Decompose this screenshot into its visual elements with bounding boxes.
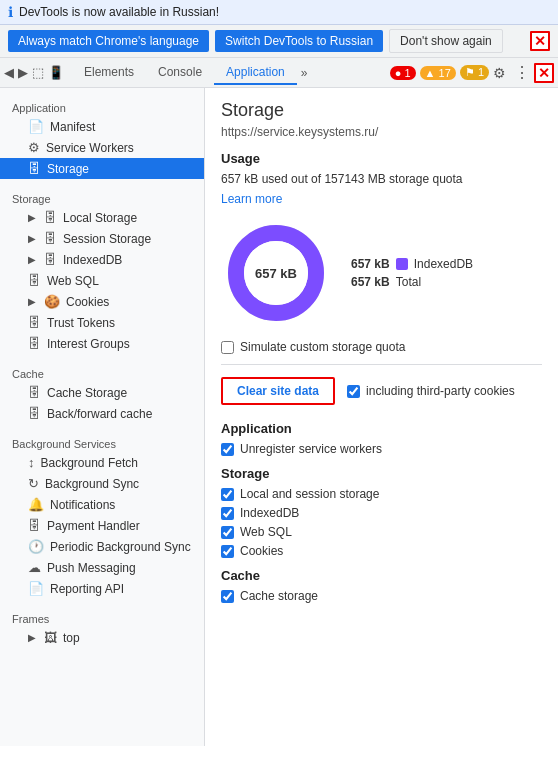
including-third-party-checkbox[interactable]	[347, 385, 360, 398]
websql-clear-row: Web SQL	[221, 525, 542, 539]
match-language-button[interactable]: Always match Chrome's language	[8, 30, 209, 52]
session-storage-icon: 🗄	[44, 231, 57, 246]
sidebar-label-backforward-cache: Back/forward cache	[47, 407, 152, 421]
sidebar-item-push-messaging[interactable]: ☁ Push Messaging	[0, 557, 204, 578]
sidebar-item-background-sync[interactable]: ↻ Background Sync	[0, 473, 204, 494]
sidebar-item-manifest[interactable]: 📄 Manifest	[0, 116, 204, 137]
storage-clear-section: Storage Local and session storage Indexe…	[221, 466, 542, 558]
application-clear-section: Application Unregister service workers	[221, 421, 542, 456]
payment-handler-icon: 🗄	[28, 518, 41, 533]
donut-row: 657 kB 657 kB IndexedDB 657 kB Total	[221, 218, 542, 328]
devtools-close-button[interactable]: ✕	[534, 63, 554, 83]
indexeddb-clear-label: IndexedDB	[240, 506, 299, 520]
cache-storage-clear-label: Cache storage	[240, 589, 318, 603]
notifications-icon: 🔔	[28, 497, 44, 512]
content-area: Storage https://service.keysystems.ru/ U…	[205, 88, 558, 746]
trust-tokens-icon: 🗄	[28, 315, 41, 330]
more-options-icon[interactable]: ⋮	[510, 63, 534, 82]
tab-console[interactable]: Console	[146, 61, 214, 85]
websql-clear-checkbox[interactable]	[221, 526, 234, 539]
sidebar-item-trust-tokens[interactable]: 🗄 Trust Tokens	[0, 312, 204, 333]
usage-section-label: Usage	[221, 151, 542, 166]
sidebar-item-backforward-cache[interactable]: 🗄 Back/forward cache	[0, 403, 204, 424]
sidebar-label-periodic-sync: Periodic Background Sync	[50, 540, 191, 554]
sidebar-item-notifications[interactable]: 🔔 Notifications	[0, 494, 204, 515]
cache-storage-clear-checkbox[interactable]	[221, 590, 234, 603]
simulate-quota-row: Simulate custom storage quota	[221, 340, 542, 354]
sidebar-item-session-storage[interactable]: ▶ 🗄 Session Storage	[0, 228, 204, 249]
settings-icon[interactable]: ⚙	[489, 65, 510, 81]
sidebar-item-websql[interactable]: 🗄 Web SQL	[0, 270, 204, 291]
main-layout: Application 📄 Manifest ⚙ Service Workers…	[0, 88, 558, 746]
sidebar-item-interest-groups[interactable]: 🗄 Interest Groups	[0, 333, 204, 354]
dont-show-again-button[interactable]: Don't show again	[389, 29, 503, 53]
sidebar-label-interest-groups: Interest Groups	[47, 337, 130, 351]
cookies-clear-checkbox[interactable]	[221, 545, 234, 558]
sidebar-item-background-fetch[interactable]: ↕ Background Fetch	[0, 452, 204, 473]
legend-size2: 657 kB	[351, 275, 390, 289]
sidebar-item-cookies[interactable]: ▶ 🍪 Cookies	[0, 291, 204, 312]
cookies-clear-row: Cookies	[221, 544, 542, 558]
legend-row-indexeddb: 657 kB IndexedDB	[351, 257, 473, 271]
cache-section-title: Cache	[221, 568, 542, 583]
tab-elements[interactable]: Elements	[72, 61, 146, 85]
sidebar-item-storage[interactable]: 🗄 Storage	[0, 158, 204, 179]
local-session-checkbox[interactable]	[221, 488, 234, 501]
tab-application[interactable]: Application	[214, 61, 297, 85]
tab-badges: ● 1 ▲ 17 ⚑ 1	[390, 65, 489, 80]
local-session-label: Local and session storage	[240, 487, 379, 501]
simulate-quota-checkbox[interactable]	[221, 341, 234, 354]
sidebar-section-frames: Frames	[0, 607, 204, 627]
donut-legend: 657 kB IndexedDB 657 kB Total	[351, 257, 473, 289]
sidebar-item-payment-handler[interactable]: 🗄 Payment Handler	[0, 515, 204, 536]
tab-more-button[interactable]: »	[297, 66, 312, 80]
sidebar-item-indexeddb[interactable]: ▶ 🗄 IndexedDB	[0, 249, 204, 270]
arrow-cookies: ▶	[28, 296, 36, 307]
badge-error: ● 1	[390, 66, 416, 80]
cache-storage-clear-row: Cache storage	[221, 589, 542, 603]
interest-groups-icon: 🗄	[28, 336, 41, 351]
sidebar-item-periodic-sync[interactable]: 🕐 Periodic Background Sync	[0, 536, 204, 557]
back-icon[interactable]: ◀	[4, 65, 14, 80]
action-bar: Always match Chrome's language Switch De…	[0, 25, 558, 58]
sidebar-label-storage: Storage	[47, 162, 89, 176]
clear-site-data-button[interactable]: Clear site data	[221, 377, 335, 405]
sidebar-item-service-workers[interactable]: ⚙ Service Workers	[0, 137, 204, 158]
arrow-top: ▶	[28, 632, 36, 643]
sidebar-item-top[interactable]: ▶ 🖼 top	[0, 627, 204, 648]
arrow-indexeddb: ▶	[28, 254, 36, 265]
learn-more-link[interactable]: Learn more	[221, 192, 282, 206]
sidebar-label-top: top	[63, 631, 80, 645]
sidebar-label-push-messaging: Push Messaging	[47, 561, 136, 575]
sidebar-label-local-storage: Local Storage	[63, 211, 137, 225]
legend-size1: 657 kB	[351, 257, 390, 271]
unregister-service-workers-row: Unregister service workers	[221, 442, 542, 456]
sidebar-label-websql: Web SQL	[47, 274, 99, 288]
sidebar-section-bg-services: Background Services	[0, 432, 204, 452]
websql-icon: 🗄	[28, 273, 41, 288]
sidebar-item-local-storage[interactable]: ▶ 🗄 Local Storage	[0, 207, 204, 228]
sidebar-item-cache-storage[interactable]: 🗄 Cache Storage	[0, 382, 204, 403]
donut-center-label: 657 kB	[255, 266, 297, 281]
unregister-sw-checkbox[interactable]	[221, 443, 234, 456]
donut-chart: 657 kB	[221, 218, 331, 328]
legend-desc1: IndexedDB	[414, 257, 473, 271]
sidebar-item-reporting-api[interactable]: 📄 Reporting API	[0, 578, 204, 599]
info-bar-close-button[interactable]: ✕	[530, 31, 550, 51]
badge-warning: ▲ 17	[420, 66, 456, 80]
application-section-title: Application	[221, 421, 542, 436]
forward-icon[interactable]: ▶	[18, 65, 28, 80]
cache-clear-section: Cache Cache storage	[221, 568, 542, 603]
sidebar-label-cookies: Cookies	[66, 295, 109, 309]
arrow-local-storage: ▶	[28, 212, 36, 223]
indexeddb-clear-checkbox[interactable]	[221, 507, 234, 520]
sidebar-label-reporting-api: Reporting API	[50, 582, 124, 596]
unregister-sw-label: Unregister service workers	[240, 442, 382, 456]
switch-devtools-button[interactable]: Switch DevTools to Russian	[215, 30, 383, 52]
sidebar-label-trust-tokens: Trust Tokens	[47, 316, 115, 330]
device-icon[interactable]: 📱	[48, 65, 64, 80]
inspect-icon[interactable]: ⬚	[32, 65, 44, 80]
legend-row-total: 657 kB Total	[351, 275, 473, 289]
sidebar-label-background-sync: Background Sync	[45, 477, 139, 491]
storage-icon: 🗄	[28, 161, 41, 176]
